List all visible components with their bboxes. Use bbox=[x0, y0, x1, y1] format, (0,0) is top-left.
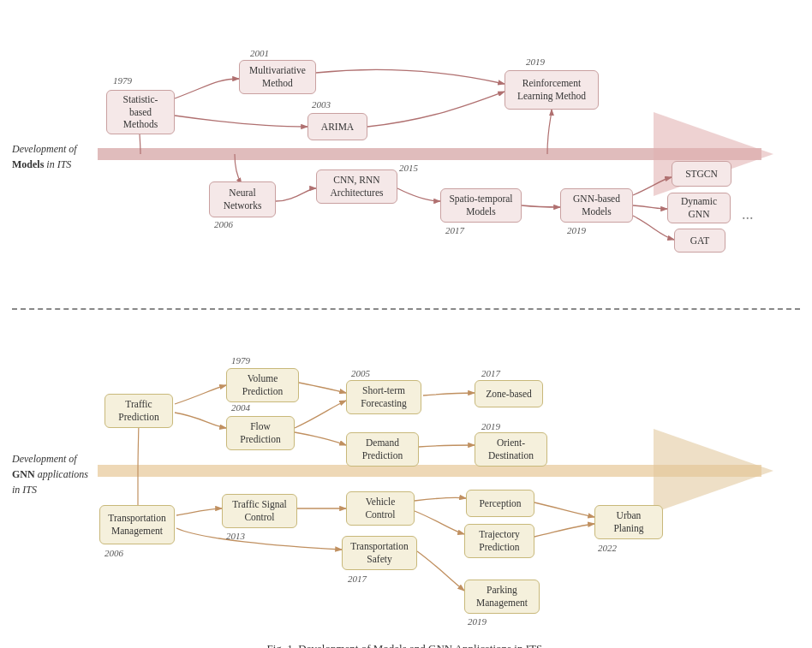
bottom-section: Development ofGNN applicationsin ITS bbox=[12, 318, 800, 627]
flow-pred-box: FlowPrediction bbox=[226, 416, 295, 450]
multivariative-box: MultivariativeMethod bbox=[239, 60, 316, 94]
parking-mgmt-box: ParkingManagement bbox=[464, 580, 540, 614]
year-2017-bot2: 2017 bbox=[348, 574, 367, 584]
dynamic-gnn-box: DynamicGNN bbox=[667, 193, 731, 223]
year-2019-top: 2019 bbox=[526, 56, 545, 67]
year-2022: 2022 bbox=[598, 543, 617, 553]
short-term-box: Short-termForecasting bbox=[346, 380, 421, 414]
gat-box: GAT bbox=[674, 229, 725, 253]
arima-box: ARIMA bbox=[307, 113, 367, 140]
orient-dest-box: Orient-Destination bbox=[475, 432, 547, 467]
gnn-box: GNN-basedModels bbox=[560, 188, 633, 223]
year-1979-top: 1979 bbox=[113, 75, 132, 86]
year-2015: 2015 bbox=[399, 163, 418, 173]
spatiotemporal-box: Spatio-temporalModels bbox=[440, 188, 522, 223]
zone-based-box: Zone-based bbox=[475, 380, 543, 407]
year-2001: 2001 bbox=[250, 48, 269, 58]
transport-safety-box: TransportationSafety bbox=[342, 536, 417, 570]
year-2019-top2: 2019 bbox=[567, 225, 586, 235]
year-2019-bot: 2019 bbox=[481, 421, 500, 431]
year-2013: 2013 bbox=[226, 531, 245, 541]
demand-pred-box: DemandPrediction bbox=[346, 432, 419, 467]
traffic-pred-box: TrafficPrediction bbox=[104, 394, 173, 428]
stgcn-box: STGCN bbox=[672, 161, 731, 187]
year-1979-bot: 1979 bbox=[231, 355, 250, 366]
traffic-signal-box: Traffic SignalControl bbox=[222, 494, 297, 528]
top-left-label: Development ofModels in ITS bbox=[12, 141, 106, 172]
vehicle-ctrl-box: VehicleControl bbox=[346, 491, 415, 526]
statistic-box: Statistic-basedMethods bbox=[106, 90, 175, 134]
bottom-left-label: Development ofGNN applicationsin ITS bbox=[12, 451, 106, 497]
year-2017-bot: 2017 bbox=[481, 368, 500, 378]
year-2004: 2004 bbox=[231, 402, 250, 413]
year-2006-top: 2006 bbox=[214, 219, 233, 229]
year-2019-bot2: 2019 bbox=[468, 616, 487, 627]
diagram-container: Development ofModels in ITS bbox=[12, 17, 800, 648]
year-2005: 2005 bbox=[351, 368, 370, 378]
year-2006-bot: 2006 bbox=[104, 548, 123, 558]
urban-planning-box: UrbanPlaning bbox=[594, 505, 663, 539]
figure-caption: Fig. 1. Development of Models and GNN Ap… bbox=[12, 642, 800, 648]
neural-box: NeuralNetworks bbox=[209, 181, 276, 217]
top-section: Development ofModels in ITS bbox=[12, 17, 800, 308]
cnn-rnn-box: CNN, RNNArchitectures bbox=[316, 169, 397, 204]
section-divider bbox=[12, 308, 800, 310]
year-2003: 2003 bbox=[312, 99, 331, 110]
perception-box: Perception bbox=[466, 490, 534, 517]
transport-mgmt-box: TransportationManagement bbox=[99, 505, 175, 544]
bottom-svg-overlay bbox=[12, 318, 800, 627]
reinforcement-box: ReinforcementLearning Method bbox=[505, 70, 599, 110]
top-ellipsis: ... bbox=[742, 205, 754, 223]
year-2017-top: 2017 bbox=[445, 225, 464, 235]
trajectory-pred-box: TrajectoryPrediction bbox=[464, 524, 534, 558]
volume-pred-box: VolumePrediction bbox=[226, 368, 299, 402]
